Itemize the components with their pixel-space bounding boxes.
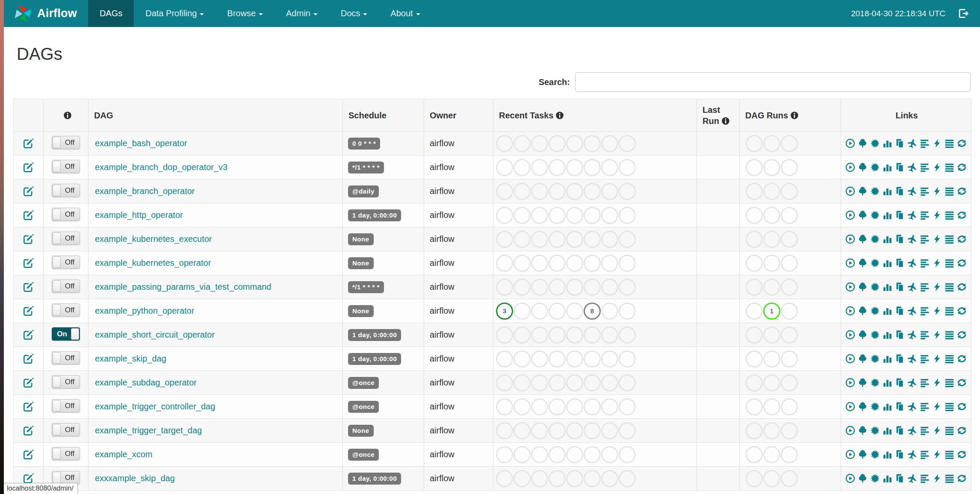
edit-dag-icon[interactable] bbox=[23, 353, 34, 364]
schedule-badge[interactable]: @once bbox=[348, 377, 379, 389]
logout-button[interactable] bbox=[958, 8, 969, 19]
code-view-icon[interactable] bbox=[932, 258, 942, 268]
tree-view-icon[interactable] bbox=[858, 426, 868, 435]
trigger-dag-icon[interactable] bbox=[845, 282, 855, 292]
schedule-badge[interactable]: None bbox=[348, 257, 374, 269]
landing-times-icon[interactable] bbox=[907, 258, 917, 268]
dag-link[interactable]: example_skip_dag bbox=[95, 354, 166, 363]
graph-view-icon[interactable] bbox=[870, 354, 880, 364]
refresh-icon[interactable] bbox=[957, 354, 967, 364]
gantt-view-icon[interactable] bbox=[920, 282, 930, 292]
landing-times-icon[interactable] bbox=[907, 473, 917, 483]
dag-pause-toggle[interactable]: On bbox=[52, 327, 80, 341]
code-view-icon[interactable] bbox=[932, 473, 942, 483]
graph-view-icon[interactable] bbox=[870, 450, 880, 459]
dag-link[interactable]: example_trigger_controller_dag bbox=[95, 402, 215, 411]
refresh-icon[interactable] bbox=[957, 330, 967, 340]
schedule-badge[interactable]: 1 day, 0:00:00 bbox=[348, 473, 401, 485]
gantt-view-icon[interactable] bbox=[920, 162, 930, 172]
task-duration-icon[interactable] bbox=[883, 258, 892, 268]
edit-dag-icon[interactable] bbox=[23, 186, 34, 197]
graph-view-icon[interactable] bbox=[870, 306, 880, 316]
task-tries-icon[interactable] bbox=[895, 138, 905, 148]
task-duration-icon[interactable] bbox=[883, 282, 892, 292]
code-view-icon[interactable] bbox=[932, 306, 942, 316]
logs-icon[interactable] bbox=[945, 282, 954, 292]
gantt-view-icon[interactable] bbox=[920, 330, 930, 340]
tree-view-icon[interactable] bbox=[858, 162, 868, 172]
edit-dag-icon[interactable] bbox=[23, 162, 34, 173]
gantt-view-icon[interactable] bbox=[920, 378, 930, 388]
edit-dag-icon[interactable] bbox=[23, 377, 34, 388]
airflow-brand[interactable]: Airflow bbox=[4, 0, 88, 27]
task-duration-icon[interactable] bbox=[883, 162, 892, 172]
refresh-icon[interactable] bbox=[957, 234, 967, 244]
task-duration-icon[interactable] bbox=[883, 402, 892, 412]
task-duration-icon[interactable] bbox=[883, 473, 892, 483]
landing-times-icon[interactable] bbox=[907, 330, 917, 340]
landing-times-icon[interactable] bbox=[907, 306, 917, 316]
dag-pause-toggle[interactable]: Off bbox=[52, 375, 80, 388]
trigger-dag-icon[interactable] bbox=[845, 450, 855, 459]
schedule-badge[interactable]: None bbox=[348, 233, 374, 245]
gantt-view-icon[interactable] bbox=[920, 258, 930, 268]
code-view-icon[interactable] bbox=[932, 138, 942, 148]
tree-view-icon[interactable] bbox=[858, 138, 868, 148]
nav-item-about[interactable]: About bbox=[379, 0, 431, 27]
schedule-badge[interactable]: 1 day, 0:00:00 bbox=[348, 353, 401, 365]
trigger-dag-icon[interactable] bbox=[845, 210, 855, 220]
task-tries-icon[interactable] bbox=[895, 330, 905, 340]
code-view-icon[interactable] bbox=[932, 378, 942, 388]
task-tries-icon[interactable] bbox=[895, 402, 905, 412]
task-tries-icon[interactable] bbox=[895, 258, 905, 268]
graph-view-icon[interactable] bbox=[870, 426, 880, 435]
code-view-icon[interactable] bbox=[932, 330, 942, 340]
dag-link[interactable]: example_kubernetes_operator bbox=[95, 258, 211, 268]
code-view-icon[interactable] bbox=[932, 210, 942, 220]
dag-pause-toggle[interactable]: Off bbox=[52, 208, 80, 221]
edit-dag-icon[interactable] bbox=[23, 449, 34, 460]
landing-times-icon[interactable] bbox=[907, 426, 917, 435]
dag-pause-toggle[interactable]: Off bbox=[52, 136, 80, 149]
code-view-icon[interactable] bbox=[932, 426, 942, 435]
info-icon[interactable] bbox=[63, 111, 72, 120]
tree-view-icon[interactable] bbox=[858, 186, 868, 196]
refresh-icon[interactable] bbox=[957, 402, 967, 412]
trigger-dag-icon[interactable] bbox=[845, 258, 855, 268]
task-tries-icon[interactable] bbox=[895, 234, 905, 244]
logs-icon[interactable] bbox=[945, 473, 954, 483]
dag-pause-toggle[interactable]: Off bbox=[52, 447, 80, 460]
dag-link[interactable]: example_xcom bbox=[95, 450, 153, 459]
trigger-dag-icon[interactable] bbox=[845, 354, 855, 364]
dag-pause-toggle[interactable]: Off bbox=[52, 423, 80, 436]
task-duration-icon[interactable] bbox=[883, 354, 892, 364]
landing-times-icon[interactable] bbox=[907, 378, 917, 388]
logs-icon[interactable] bbox=[945, 402, 954, 412]
code-view-icon[interactable] bbox=[932, 402, 942, 412]
edit-dag-icon[interactable] bbox=[23, 306, 34, 316]
dag-pause-toggle[interactable]: Off bbox=[52, 160, 80, 173]
trigger-dag-icon[interactable] bbox=[845, 330, 855, 340]
edit-dag-icon[interactable] bbox=[23, 425, 34, 436]
task-tries-icon[interactable] bbox=[895, 450, 905, 459]
tree-view-icon[interactable] bbox=[858, 450, 868, 459]
refresh-icon[interactable] bbox=[957, 378, 967, 388]
task-duration-icon[interactable] bbox=[883, 210, 892, 220]
task-duration-icon[interactable] bbox=[883, 186, 892, 196]
logs-icon[interactable] bbox=[945, 330, 954, 340]
nav-item-docs[interactable]: Docs bbox=[329, 0, 379, 27]
graph-view-icon[interactable] bbox=[870, 162, 880, 172]
logs-icon[interactable] bbox=[945, 426, 954, 435]
gantt-view-icon[interactable] bbox=[920, 234, 930, 244]
graph-view-icon[interactable] bbox=[870, 473, 880, 483]
task-duration-icon[interactable] bbox=[883, 234, 892, 244]
landing-times-icon[interactable] bbox=[907, 186, 917, 196]
refresh-icon[interactable] bbox=[957, 282, 967, 292]
edit-dag-icon[interactable] bbox=[23, 210, 34, 221]
schedule-badge[interactable]: @daily bbox=[348, 185, 379, 197]
dag-pause-toggle[interactable]: Off bbox=[52, 399, 80, 412]
dag-pause-toggle[interactable]: Off bbox=[52, 232, 80, 245]
dag-link[interactable]: example_python_operator bbox=[95, 306, 194, 315]
task-duration-icon[interactable] bbox=[883, 426, 892, 435]
tree-view-icon[interactable] bbox=[858, 402, 868, 412]
